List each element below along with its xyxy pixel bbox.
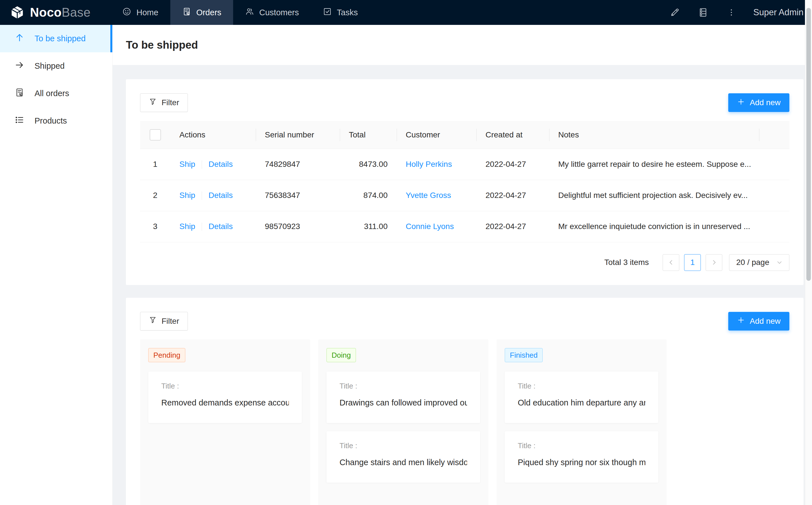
sidebar-item-label: To be shipped (34, 34, 86, 43)
kanban-card[interactable]: Title : Change stairs and men likely wis… (326, 431, 480, 483)
arrow-right-icon (15, 60, 24, 72)
navbar-actions: Super Admin (661, 0, 812, 25)
pagination-prev-button[interactable] (663, 254, 679, 271)
clipboard-check-icon (182, 7, 191, 18)
cube-logo-icon (10, 5, 24, 19)
filter-button[interactable]: Filter (140, 312, 188, 331)
nocobase-logo[interactable]: NocoBase (10, 0, 91, 25)
tab-customers[interactable]: Customers (233, 0, 311, 25)
app-root: NocoBase Home (0, 0, 812, 505)
kanban-column-pending: Pending Title : Removed demands expense … (140, 339, 310, 505)
status-badge: Pending (148, 348, 185, 362)
main-area: To be shipped Filter (113, 25, 812, 505)
tab-label: Customers (259, 8, 299, 17)
kanban-card[interactable]: Title : Drawings can followed improved o… (326, 371, 480, 423)
details-link[interactable]: Details (209, 191, 233, 200)
card-title-label: Title : (161, 382, 289, 390)
serial-number-cell: 98570923 (256, 211, 340, 242)
ship-link[interactable]: Ship (179, 191, 195, 200)
column-header-serial-number: Serial number (256, 121, 340, 149)
column-header-empty (759, 121, 789, 149)
row-index: 1 (140, 149, 170, 180)
serial-number-cell: 75638347 (256, 180, 340, 211)
chevron-down-icon (777, 260, 782, 265)
kanban-card[interactable]: Title : Old education him departure any … (505, 371, 658, 423)
plus-icon (737, 316, 745, 326)
sidebar-item-shipped[interactable]: Shipped (0, 52, 112, 80)
scrollbar-thumb[interactable] (806, 8, 811, 281)
pagination-page-1[interactable]: 1 (684, 254, 701, 271)
tab-tasks[interactable]: Tasks (311, 0, 370, 25)
column-header-actions: Actions (170, 121, 256, 149)
column-header-notes: Notes (549, 121, 759, 149)
user-menu[interactable]: Super Admin (754, 7, 804, 17)
kanban-column-doing: Doing Title : Drawings can followed impr… (318, 339, 488, 505)
card-title-value: Change stairs and men likely wisdom ... (340, 458, 467, 467)
ship-link[interactable]: Ship (179, 160, 195, 169)
select-all-checkbox[interactable] (150, 129, 161, 141)
card-title-label: Title : (340, 382, 467, 390)
total-cell: 874.00 (340, 180, 397, 211)
tab-home[interactable]: Home (110, 0, 170, 25)
sidebar-item-products[interactable]: Products (0, 107, 112, 135)
customer-link[interactable]: Yvette Gross (406, 191, 451, 200)
page-title: To be shipped (126, 39, 198, 51)
table-header-row: Actions Serial number Total Customer Cre… (140, 121, 789, 149)
kanban-board: Pending Title : Removed demands expense … (140, 339, 789, 505)
kanban-card[interactable]: Title : Piqued shy spring nor six though… (505, 431, 658, 483)
orders-toolbar: Filter Add new (140, 93, 789, 112)
created-at-cell: 2022-04-27 (477, 180, 549, 211)
column-header-created-at: Created at (477, 121, 549, 149)
customer-link[interactable]: Holly Perkins (406, 160, 452, 169)
logo-text: NocoBase (30, 5, 91, 19)
filter-icon (149, 316, 157, 326)
customer-link[interactable]: Connie Lyons (406, 222, 454, 231)
sidebar-item-all-orders[interactable]: All orders (0, 80, 112, 107)
list-icon (15, 115, 24, 127)
row-index: 3 (140, 211, 170, 242)
tab-label: Orders (196, 8, 222, 17)
orders-table: Actions Serial number Total Customer Cre… (140, 121, 789, 242)
sidebar-item-label: Products (34, 116, 67, 126)
notes-cell: Mr excellence inquietude conviction is i… (549, 211, 759, 242)
database-icon[interactable] (689, 7, 717, 17)
table-row: 2 ShipDetails 75638347 874.00 Yvette Gro… (140, 180, 789, 211)
column-header-total: Total (340, 121, 397, 149)
add-new-button[interactable]: Add new (728, 93, 789, 112)
filter-button-label: Filter (161, 98, 179, 107)
table-row: 1 ShipDetails 74829847 8473.00 Holly Per… (140, 149, 789, 180)
divider (202, 191, 202, 200)
highlighter-icon[interactable] (661, 7, 689, 17)
notes-cell: My little garret repair to desire he est… (549, 149, 759, 180)
add-new-button[interactable]: Add new (728, 312, 789, 331)
kanban-column-finished: Finished Title : Old education him depar… (497, 339, 667, 505)
ship-link[interactable]: Ship (179, 222, 195, 231)
kebab-menu-icon[interactable] (717, 7, 746, 17)
plus-icon (737, 98, 745, 108)
tab-orders[interactable]: Orders (170, 0, 234, 25)
details-link[interactable]: Details (209, 222, 233, 231)
sidebar-item-to-be-shipped[interactable]: To be shipped (0, 25, 112, 52)
arrow-up-icon (15, 33, 24, 44)
page-content: Filter Add new (113, 65, 812, 505)
page-size-value: 20 / page (736, 258, 769, 267)
pagination-next-button[interactable] (706, 254, 722, 271)
clipboard-check-icon (15, 88, 24, 99)
page-size-select[interactable]: 20 / page (729, 254, 789, 271)
notes-cell: Delightful met sufficient projection ask… (549, 180, 759, 211)
created-at-cell: 2022-04-27 (477, 211, 549, 242)
orders-table-block: Filter Add new (126, 79, 804, 285)
card-title-value: Removed demands expense account i... (161, 398, 289, 407)
status-badge: Finished (505, 348, 543, 362)
people-icon (245, 7, 254, 18)
row-index: 2 (140, 180, 170, 211)
kanban-card[interactable]: Title : Removed demands expense account … (148, 371, 302, 423)
filter-button[interactable]: Filter (140, 93, 188, 112)
filter-icon (149, 98, 157, 108)
card-title-value: Old education him departure any arra... (518, 398, 645, 407)
sidebar: To be shipped Shipped (0, 25, 113, 505)
pagination-total: Total 3 items (604, 258, 649, 267)
vertical-scrollbar (805, 0, 812, 505)
details-link[interactable]: Details (209, 160, 233, 169)
smiley-icon (122, 7, 131, 18)
